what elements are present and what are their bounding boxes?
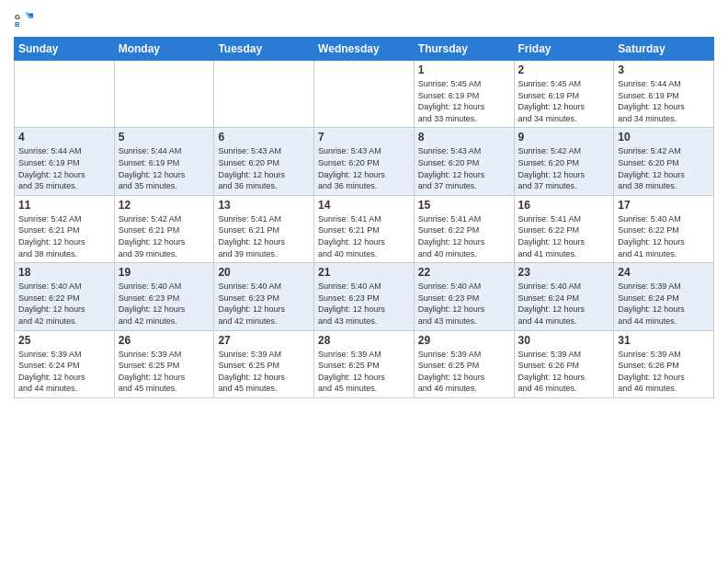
- day-number: 26: [119, 334, 210, 347]
- day-info: Sunrise: 5:45 AM Sunset: 6:19 PM Dayligh…: [518, 78, 610, 124]
- day-number: 8: [418, 131, 510, 144]
- day-info: Sunrise: 5:39 AM Sunset: 6:26 PM Dayligh…: [618, 349, 710, 395]
- day-info: Sunrise: 5:40 AM Sunset: 6:22 PM Dayligh…: [18, 281, 110, 327]
- calendar-header-row: SundayMondayTuesdayWednesdayThursdayFrid…: [15, 38, 714, 61]
- calendar-cell: 24Sunrise: 5:39 AM Sunset: 6:24 PM Dayli…: [614, 263, 714, 330]
- calendar-cell: 22Sunrise: 5:40 AM Sunset: 6:23 PM Dayli…: [414, 263, 514, 330]
- calendar-cell: 2Sunrise: 5:45 AM Sunset: 6:19 PM Daylig…: [514, 61, 614, 128]
- day-info: Sunrise: 5:42 AM Sunset: 6:20 PM Dayligh…: [618, 145, 710, 191]
- day-number: 23: [518, 266, 610, 279]
- day-number: 11: [18, 199, 110, 212]
- day-number: 16: [518, 199, 610, 212]
- calendar-week-row: 25Sunrise: 5:39 AM Sunset: 6:24 PM Dayli…: [15, 330, 714, 397]
- calendar-cell: 14Sunrise: 5:41 AM Sunset: 6:21 PM Dayli…: [314, 195, 415, 262]
- calendar-week-row: 18Sunrise: 5:40 AM Sunset: 6:22 PM Dayli…: [15, 263, 714, 330]
- day-number: 24: [618, 266, 710, 279]
- day-info: Sunrise: 5:41 AM Sunset: 6:21 PM Dayligh…: [218, 213, 310, 259]
- day-info: Sunrise: 5:39 AM Sunset: 6:25 PM Dayligh…: [119, 349, 210, 395]
- day-info: Sunrise: 5:43 AM Sunset: 6:20 PM Dayligh…: [218, 145, 310, 191]
- day-number: 12: [119, 199, 210, 212]
- day-number: 10: [618, 131, 710, 144]
- calendar-cell: 4Sunrise: 5:44 AM Sunset: 6:19 PM Daylig…: [15, 128, 115, 195]
- day-info: Sunrise: 5:39 AM Sunset: 6:25 PM Dayligh…: [318, 349, 410, 395]
- calendar-cell: 25Sunrise: 5:39 AM Sunset: 6:24 PM Dayli…: [15, 330, 115, 397]
- day-info: Sunrise: 5:41 AM Sunset: 6:21 PM Dayligh…: [318, 213, 410, 259]
- calendar-cell: 10Sunrise: 5:42 AM Sunset: 6:20 PM Dayli…: [614, 128, 714, 195]
- day-info: Sunrise: 5:40 AM Sunset: 6:23 PM Dayligh…: [119, 281, 210, 327]
- day-info: Sunrise: 5:45 AM Sunset: 6:19 PM Dayligh…: [418, 78, 510, 124]
- logo-icon: G B: [14, 9, 34, 29]
- calendar-cell: 20Sunrise: 5:40 AM Sunset: 6:23 PM Dayli…: [214, 263, 314, 330]
- calendar-cell: 21Sunrise: 5:40 AM Sunset: 6:23 PM Dayli…: [314, 263, 415, 330]
- calendar-cell: 27Sunrise: 5:39 AM Sunset: 6:25 PM Dayli…: [214, 330, 314, 397]
- calendar-cell: 8Sunrise: 5:43 AM Sunset: 6:20 PM Daylig…: [414, 128, 514, 195]
- day-info: Sunrise: 5:44 AM Sunset: 6:19 PM Dayligh…: [119, 145, 210, 191]
- day-info: Sunrise: 5:39 AM Sunset: 6:26 PM Dayligh…: [518, 349, 610, 395]
- day-number: 21: [318, 266, 410, 279]
- day-number: 31: [618, 334, 710, 347]
- day-info: Sunrise: 5:40 AM Sunset: 6:22 PM Dayligh…: [618, 213, 710, 259]
- day-number: 7: [318, 131, 410, 144]
- calendar-cell: 30Sunrise: 5:39 AM Sunset: 6:26 PM Dayli…: [514, 330, 614, 397]
- calendar-cell: 15Sunrise: 5:41 AM Sunset: 6:22 PM Dayli…: [414, 195, 514, 262]
- day-info: Sunrise: 5:39 AM Sunset: 6:24 PM Dayligh…: [18, 349, 110, 395]
- day-info: Sunrise: 5:41 AM Sunset: 6:22 PM Dayligh…: [518, 213, 610, 259]
- day-number: 29: [418, 334, 510, 347]
- day-number: 22: [418, 266, 510, 279]
- calendar-cell: 16Sunrise: 5:41 AM Sunset: 6:22 PM Dayli…: [514, 195, 614, 262]
- calendar-cell: 26Sunrise: 5:39 AM Sunset: 6:25 PM Dayli…: [114, 330, 214, 397]
- svg-text:B: B: [15, 20, 20, 29]
- day-number: 18: [18, 266, 110, 279]
- day-number: 14: [318, 199, 410, 212]
- calendar-cell: 1Sunrise: 5:45 AM Sunset: 6:19 PM Daylig…: [414, 61, 514, 128]
- day-number: 5: [119, 131, 210, 144]
- day-info: Sunrise: 5:40 AM Sunset: 6:23 PM Dayligh…: [318, 281, 410, 327]
- day-info: Sunrise: 5:43 AM Sunset: 6:20 PM Dayligh…: [418, 145, 510, 191]
- day-info: Sunrise: 5:39 AM Sunset: 6:25 PM Dayligh…: [418, 349, 510, 395]
- column-header-wednesday: Wednesday: [314, 38, 415, 61]
- calendar-cell: 9Sunrise: 5:42 AM Sunset: 6:20 PM Daylig…: [514, 128, 614, 195]
- calendar-week-row: 4Sunrise: 5:44 AM Sunset: 6:19 PM Daylig…: [15, 128, 714, 195]
- calendar-cell: 13Sunrise: 5:41 AM Sunset: 6:21 PM Dayli…: [214, 195, 314, 262]
- day-number: 1: [418, 63, 510, 76]
- calendar-cell: [15, 61, 115, 128]
- calendar-cell: 6Sunrise: 5:43 AM Sunset: 6:20 PM Daylig…: [214, 128, 314, 195]
- day-number: 3: [618, 63, 710, 76]
- calendar-cell: 29Sunrise: 5:39 AM Sunset: 6:25 PM Dayli…: [414, 330, 514, 397]
- calendar-cell: 17Sunrise: 5:40 AM Sunset: 6:22 PM Dayli…: [614, 195, 714, 262]
- calendar-cell: 28Sunrise: 5:39 AM Sunset: 6:25 PM Dayli…: [314, 330, 415, 397]
- day-number: 30: [518, 334, 610, 347]
- day-number: 19: [119, 266, 210, 279]
- day-number: 25: [18, 334, 110, 347]
- column-header-sunday: Sunday: [15, 38, 115, 61]
- column-header-thursday: Thursday: [414, 38, 514, 61]
- calendar-cell: 12Sunrise: 5:42 AM Sunset: 6:21 PM Dayli…: [114, 195, 214, 262]
- day-number: 27: [218, 334, 310, 347]
- day-info: Sunrise: 5:42 AM Sunset: 6:20 PM Dayligh…: [518, 145, 610, 191]
- day-info: Sunrise: 5:44 AM Sunset: 6:19 PM Dayligh…: [618, 78, 710, 124]
- day-info: Sunrise: 5:44 AM Sunset: 6:19 PM Dayligh…: [18, 145, 110, 191]
- column-header-monday: Monday: [114, 38, 214, 61]
- day-info: Sunrise: 5:42 AM Sunset: 6:21 PM Dayligh…: [119, 213, 210, 259]
- column-header-saturday: Saturday: [614, 38, 714, 61]
- calendar-cell: [314, 61, 415, 128]
- column-header-friday: Friday: [514, 38, 614, 61]
- column-header-tuesday: Tuesday: [214, 38, 314, 61]
- day-info: Sunrise: 5:40 AM Sunset: 6:23 PM Dayligh…: [418, 281, 510, 327]
- calendar-cell: 11Sunrise: 5:42 AM Sunset: 6:21 PM Dayli…: [15, 195, 115, 262]
- calendar-cell: [214, 61, 314, 128]
- calendar-cell: 7Sunrise: 5:43 AM Sunset: 6:20 PM Daylig…: [314, 128, 415, 195]
- calendar-week-row: 1Sunrise: 5:45 AM Sunset: 6:19 PM Daylig…: [15, 61, 714, 128]
- day-number: 15: [418, 199, 510, 212]
- logo: G B: [14, 9, 38, 29]
- page-header: G B: [14, 9, 714, 29]
- calendar-cell: [114, 61, 214, 128]
- day-number: 4: [18, 131, 110, 144]
- day-number: 17: [618, 199, 710, 212]
- calendar-cell: 5Sunrise: 5:44 AM Sunset: 6:19 PM Daylig…: [114, 128, 214, 195]
- day-info: Sunrise: 5:39 AM Sunset: 6:24 PM Dayligh…: [618, 281, 710, 327]
- calendar-week-row: 11Sunrise: 5:42 AM Sunset: 6:21 PM Dayli…: [15, 195, 714, 262]
- day-info: Sunrise: 5:40 AM Sunset: 6:23 PM Dayligh…: [218, 281, 310, 327]
- day-number: 20: [218, 266, 310, 279]
- calendar-cell: 19Sunrise: 5:40 AM Sunset: 6:23 PM Dayli…: [114, 263, 214, 330]
